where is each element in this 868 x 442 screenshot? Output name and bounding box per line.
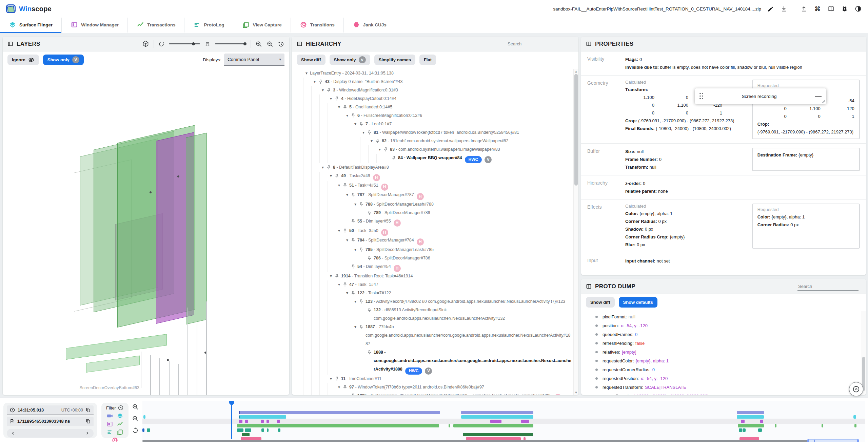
- drag-handle-icon[interactable]: [699, 93, 704, 100]
- trace-segment[interactable]: [461, 415, 533, 419]
- screen-recording-filter-icon[interactable]: [106, 413, 113, 419]
- pin-icon[interactable]: [367, 306, 374, 313]
- tree-node-1888[interactable]: 1888 - com.google.android.apps.nexuslaun…: [303, 348, 573, 375]
- documentation-icon[interactable]: [827, 5, 835, 13]
- tree-node-1887[interactable]: ▾1887 - 77fdc4b com.google.android.apps.…: [303, 323, 573, 348]
- trace-segment[interactable]: [237, 428, 244, 432]
- trace-segment[interactable]: [743, 428, 746, 432]
- tree-node-4[interactable]: ▾4 - HideDisplayCutout:0:14#4: [303, 94, 573, 103]
- pin-icon[interactable]: [334, 272, 341, 279]
- proto-field-requestedTransform[interactable]: requestedTransform:SCALE|TRANSLATE: [581, 383, 861, 392]
- trace-segment[interactable]: [237, 424, 439, 427]
- pin-icon[interactable]: [367, 209, 374, 215]
- pin-icon[interactable]: [326, 86, 333, 93]
- bug-report-icon[interactable]: [841, 5, 848, 13]
- pin-icon[interactable]: [359, 297, 366, 304]
- tab-jank-cujs[interactable]: Jank CUJs: [343, 18, 395, 33]
- next-frame-button[interactable]: [85, 431, 90, 436]
- tree-node-786[interactable]: 786 - SplitDecorManager#786: [303, 254, 573, 262]
- proto-field-requestedColor[interactable]: requestedColor:{empty}, alpha: 1: [581, 356, 861, 365]
- zoom-out-icon[interactable]: [267, 41, 273, 47]
- pin-icon[interactable]: [359, 246, 366, 252]
- tree-node-81[interactable]: ▾81 - WallpaperWindowToken{fcfbcd7 token…: [303, 128, 573, 137]
- protolog-filter-icon[interactable]: [106, 429, 113, 436]
- proto-field-queuedFrames[interactable]: queuedFrames:0: [581, 330, 861, 339]
- proto-field-requestedPosition[interactable]: requestedPosition:x: -54, y: -120: [581, 374, 861, 383]
- pin-icon[interactable]: [342, 280, 349, 287]
- chevron-down-icon[interactable]: ▾: [344, 289, 351, 297]
- trace-segment[interactable]: [147, 428, 150, 432]
- collapse-panel-button[interactable]: [849, 382, 863, 396]
- pin-icon[interactable]: [351, 392, 357, 395]
- chevron-down-icon[interactable]: ▾: [352, 200, 359, 209]
- dark-mode-toggle-icon[interactable]: [854, 5, 862, 13]
- timeline-zoom-out-icon[interactable]: [132, 415, 139, 422]
- tree-node-root[interactable]: ▾LayerTraceEntry - 2024-03-31, 14:31:05.…: [303, 69, 573, 78]
- chevron-down-icon[interactable]: ▾: [344, 111, 351, 120]
- chevron-down-icon[interactable]: ▾: [336, 383, 342, 392]
- chevron-down-icon[interactable]: ▾: [352, 246, 359, 254]
- show-only-visible-button[interactable]: Show only V: [43, 55, 84, 65]
- pin-icon[interactable]: [359, 120, 366, 127]
- trace-segment[interactable]: [142, 428, 144, 432]
- pin-icon[interactable]: [334, 94, 341, 101]
- range-handle-left[interactable]: [807, 439, 809, 442]
- tab-view-capture[interactable]: View Capture: [233, 18, 290, 33]
- spacing-slider[interactable]: [215, 43, 246, 44]
- rotation-slider[interactable]: [169, 43, 200, 44]
- tree-node-97[interactable]: ▾97 - WindowToken{7f78b6b type=2011 andr…: [303, 383, 573, 392]
- copy-icon[interactable]: [85, 407, 91, 413]
- chevron-down-icon[interactable]: ▾: [352, 297, 359, 306]
- pin-icon[interactable]: [391, 154, 398, 161]
- chevron-down-icon[interactable]: ▾: [360, 128, 367, 137]
- simplify-names-button[interactable]: Simplify names: [374, 55, 415, 65]
- tree-node-54[interactable]: 54 - Dim layer#54H: [303, 262, 573, 272]
- chevron-down-icon[interactable]: ▾: [336, 280, 342, 289]
- proto-field-screenBounds[interactable]: screenBounds:(-10800, -24000) - (10800, …: [581, 392, 861, 395]
- hierarchy-scrollbar[interactable]: ▲ ▼: [573, 69, 578, 395]
- transitions-filter-icon[interactable]: [112, 437, 118, 442]
- trace-segment[interactable]: [267, 420, 269, 423]
- chevron-down-icon[interactable]: ▾: [319, 163, 326, 172]
- trace-segment[interactable]: [143, 415, 145, 419]
- spacing-icon[interactable]: [204, 41, 211, 47]
- show-diff-button[interactable]: Show diff: [297, 55, 326, 65]
- trace-segment[interactable]: [738, 424, 764, 427]
- window-manager-filter-icon[interactable]: [106, 421, 113, 427]
- pin-icon[interactable]: [359, 323, 366, 330]
- reset-view-icon[interactable]: [278, 41, 284, 47]
- proto-field-pixelFormat[interactable]: pixelFormat:null: [581, 312, 861, 321]
- pin-icon[interactable]: [367, 348, 374, 355]
- trace-segment[interactable]: [245, 420, 248, 423]
- trace-segment[interactable]: [453, 424, 533, 427]
- timeline-reset-zoom-icon[interactable]: [132, 427, 139, 434]
- chevron-down-icon[interactable]: ▾: [344, 236, 351, 245]
- chevron-down-icon[interactable]: ▾: [311, 78, 318, 86]
- chevron-down-icon[interactable]: ▾: [352, 120, 359, 128]
- screen-recording-overlay[interactable]: Screen recording: [695, 88, 826, 104]
- show-defaults-button[interactable]: Show defaults: [619, 297, 657, 308]
- pin-icon[interactable]: [375, 137, 382, 144]
- trace-segment[interactable]: [854, 424, 856, 427]
- chevron-down-icon[interactable]: ▾: [336, 227, 342, 235]
- resize-handle-icon[interactable]: [822, 100, 825, 103]
- copy-icon[interactable]: [85, 419, 91, 424]
- proto-dump-search-input[interactable]: [797, 282, 859, 291]
- trace-segment[interactable]: [245, 428, 251, 432]
- tree-node-8[interactable]: ▾8 - DefaultTaskDisplayArea#8: [303, 163, 573, 172]
- trace-segment[interactable]: [461, 411, 533, 414]
- trace-segment[interactable]: [737, 411, 764, 414]
- tree-node-51[interactable]: ▾51 - Task=4#51H: [303, 181, 573, 191]
- view-capture-filter-icon[interactable]: [117, 429, 123, 436]
- tab-surface-flinger[interactable]: Surface Flinger: [0, 18, 61, 33]
- chevron-down-icon[interactable]: ▾: [328, 272, 334, 280]
- chevron-down-icon[interactable]: ▾: [328, 94, 334, 103]
- chevron-down-icon[interactable]: ▾: [328, 172, 334, 180]
- trace-segment[interactable]: [822, 424, 823, 427]
- proto-dump-scrollbar[interactable]: [861, 311, 866, 395]
- tree-node-43[interactable]: ▾43 - Display 0 name="Built-in Screen"#4…: [303, 78, 573, 86]
- pin-icon[interactable]: [318, 78, 325, 84]
- tab-window-manager[interactable]: Window Manager: [61, 18, 127, 33]
- tree-node-84[interactable]: 84 - Wallpaper BBQ wrapper#84HWCV: [303, 154, 573, 163]
- trace-segment[interactable]: [267, 428, 269, 432]
